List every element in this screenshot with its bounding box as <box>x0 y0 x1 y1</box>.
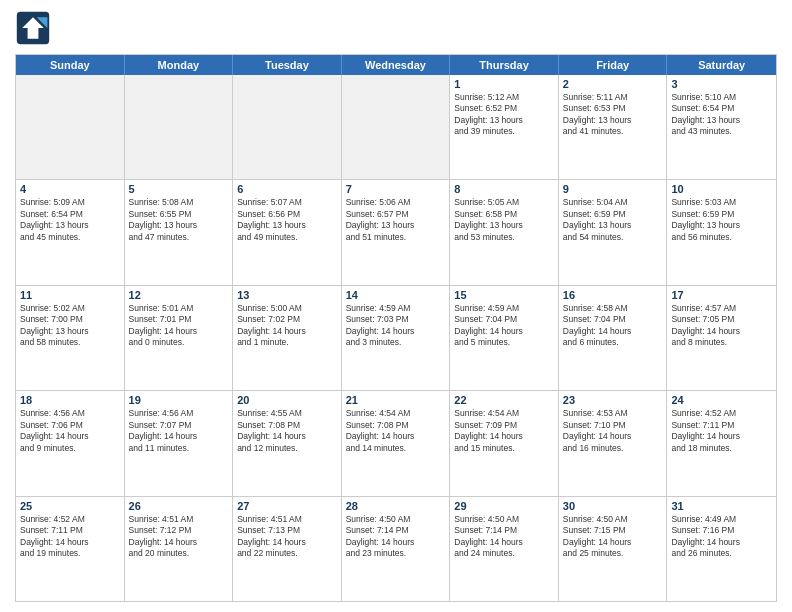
day-cell-11: 11Sunrise: 5:02 AM Sunset: 7:00 PM Dayli… <box>16 286 125 390</box>
day-info: Sunrise: 4:58 AM Sunset: 7:04 PM Dayligh… <box>563 303 663 349</box>
day-number: 6 <box>237 183 337 195</box>
day-number: 20 <box>237 394 337 406</box>
day-number: 10 <box>671 183 772 195</box>
day-info: Sunrise: 5:02 AM Sunset: 7:00 PM Dayligh… <box>20 303 120 349</box>
day-cell-29: 29Sunrise: 4:50 AM Sunset: 7:14 PM Dayli… <box>450 497 559 601</box>
day-cell-19: 19Sunrise: 4:56 AM Sunset: 7:07 PM Dayli… <box>125 391 234 495</box>
header-day-monday: Monday <box>125 55 234 75</box>
day-number: 22 <box>454 394 554 406</box>
day-info: Sunrise: 4:51 AM Sunset: 7:12 PM Dayligh… <box>129 514 229 560</box>
empty-cell <box>342 75 451 179</box>
day-cell-17: 17Sunrise: 4:57 AM Sunset: 7:05 PM Dayli… <box>667 286 776 390</box>
day-number: 12 <box>129 289 229 301</box>
day-number: 2 <box>563 78 663 90</box>
day-cell-6: 6Sunrise: 5:07 AM Sunset: 6:56 PM Daylig… <box>233 180 342 284</box>
day-cell-22: 22Sunrise: 4:54 AM Sunset: 7:09 PM Dayli… <box>450 391 559 495</box>
day-info: Sunrise: 4:50 AM Sunset: 7:15 PM Dayligh… <box>563 514 663 560</box>
header-day-tuesday: Tuesday <box>233 55 342 75</box>
day-cell-5: 5Sunrise: 5:08 AM Sunset: 6:55 PM Daylig… <box>125 180 234 284</box>
day-info: Sunrise: 5:01 AM Sunset: 7:01 PM Dayligh… <box>129 303 229 349</box>
day-info: Sunrise: 5:09 AM Sunset: 6:54 PM Dayligh… <box>20 197 120 243</box>
page: SundayMondayTuesdayWednesdayThursdayFrid… <box>0 0 792 612</box>
day-number: 27 <box>237 500 337 512</box>
day-cell-24: 24Sunrise: 4:52 AM Sunset: 7:11 PM Dayli… <box>667 391 776 495</box>
day-cell-1: 1Sunrise: 5:12 AM Sunset: 6:52 PM Daylig… <box>450 75 559 179</box>
day-info: Sunrise: 5:08 AM Sunset: 6:55 PM Dayligh… <box>129 197 229 243</box>
day-info: Sunrise: 5:03 AM Sunset: 6:59 PM Dayligh… <box>671 197 772 243</box>
day-info: Sunrise: 4:50 AM Sunset: 7:14 PM Dayligh… <box>346 514 446 560</box>
day-cell-14: 14Sunrise: 4:59 AM Sunset: 7:03 PM Dayli… <box>342 286 451 390</box>
day-number: 11 <box>20 289 120 301</box>
day-number: 30 <box>563 500 663 512</box>
header <box>15 10 777 46</box>
day-info: Sunrise: 5:05 AM Sunset: 6:58 PM Dayligh… <box>454 197 554 243</box>
header-day-wednesday: Wednesday <box>342 55 451 75</box>
empty-cell <box>125 75 234 179</box>
day-info: Sunrise: 4:54 AM Sunset: 7:09 PM Dayligh… <box>454 408 554 454</box>
day-info: Sunrise: 5:10 AM Sunset: 6:54 PM Dayligh… <box>671 92 772 138</box>
calendar-body: 1Sunrise: 5:12 AM Sunset: 6:52 PM Daylig… <box>16 75 776 601</box>
day-cell-12: 12Sunrise: 5:01 AM Sunset: 7:01 PM Dayli… <box>125 286 234 390</box>
header-day-friday: Friday <box>559 55 668 75</box>
day-cell-7: 7Sunrise: 5:06 AM Sunset: 6:57 PM Daylig… <box>342 180 451 284</box>
day-info: Sunrise: 4:57 AM Sunset: 7:05 PM Dayligh… <box>671 303 772 349</box>
day-info: Sunrise: 4:55 AM Sunset: 7:08 PM Dayligh… <box>237 408 337 454</box>
header-day-thursday: Thursday <box>450 55 559 75</box>
day-number: 8 <box>454 183 554 195</box>
day-number: 17 <box>671 289 772 301</box>
day-info: Sunrise: 4:51 AM Sunset: 7:13 PM Dayligh… <box>237 514 337 560</box>
week-row-4: 18Sunrise: 4:56 AM Sunset: 7:06 PM Dayli… <box>16 391 776 496</box>
day-cell-2: 2Sunrise: 5:11 AM Sunset: 6:53 PM Daylig… <box>559 75 668 179</box>
day-number: 19 <box>129 394 229 406</box>
day-info: Sunrise: 4:49 AM Sunset: 7:16 PM Dayligh… <box>671 514 772 560</box>
day-info: Sunrise: 4:52 AM Sunset: 7:11 PM Dayligh… <box>20 514 120 560</box>
day-info: Sunrise: 4:59 AM Sunset: 7:04 PM Dayligh… <box>454 303 554 349</box>
day-number: 26 <box>129 500 229 512</box>
day-info: Sunrise: 5:06 AM Sunset: 6:57 PM Dayligh… <box>346 197 446 243</box>
day-cell-21: 21Sunrise: 4:54 AM Sunset: 7:08 PM Dayli… <box>342 391 451 495</box>
day-number: 16 <box>563 289 663 301</box>
day-cell-4: 4Sunrise: 5:09 AM Sunset: 6:54 PM Daylig… <box>16 180 125 284</box>
day-info: Sunrise: 4:53 AM Sunset: 7:10 PM Dayligh… <box>563 408 663 454</box>
day-number: 25 <box>20 500 120 512</box>
day-info: Sunrise: 5:00 AM Sunset: 7:02 PM Dayligh… <box>237 303 337 349</box>
day-number: 13 <box>237 289 337 301</box>
day-cell-3: 3Sunrise: 5:10 AM Sunset: 6:54 PM Daylig… <box>667 75 776 179</box>
day-cell-30: 30Sunrise: 4:50 AM Sunset: 7:15 PM Dayli… <box>559 497 668 601</box>
day-cell-25: 25Sunrise: 4:52 AM Sunset: 7:11 PM Dayli… <box>16 497 125 601</box>
logo <box>15 10 55 46</box>
week-row-2: 4Sunrise: 5:09 AM Sunset: 6:54 PM Daylig… <box>16 180 776 285</box>
day-cell-26: 26Sunrise: 4:51 AM Sunset: 7:12 PM Dayli… <box>125 497 234 601</box>
day-info: Sunrise: 5:07 AM Sunset: 6:56 PM Dayligh… <box>237 197 337 243</box>
day-cell-9: 9Sunrise: 5:04 AM Sunset: 6:59 PM Daylig… <box>559 180 668 284</box>
day-number: 1 <box>454 78 554 90</box>
day-cell-10: 10Sunrise: 5:03 AM Sunset: 6:59 PM Dayli… <box>667 180 776 284</box>
day-number: 9 <box>563 183 663 195</box>
day-number: 4 <box>20 183 120 195</box>
day-info: Sunrise: 4:54 AM Sunset: 7:08 PM Dayligh… <box>346 408 446 454</box>
day-cell-23: 23Sunrise: 4:53 AM Sunset: 7:10 PM Dayli… <box>559 391 668 495</box>
day-number: 24 <box>671 394 772 406</box>
calendar: SundayMondayTuesdayWednesdayThursdayFrid… <box>15 54 777 602</box>
week-row-3: 11Sunrise: 5:02 AM Sunset: 7:00 PM Dayli… <box>16 286 776 391</box>
empty-cell <box>233 75 342 179</box>
day-number: 23 <box>563 394 663 406</box>
day-cell-15: 15Sunrise: 4:59 AM Sunset: 7:04 PM Dayli… <box>450 286 559 390</box>
day-info: Sunrise: 5:11 AM Sunset: 6:53 PM Dayligh… <box>563 92 663 138</box>
day-info: Sunrise: 5:04 AM Sunset: 6:59 PM Dayligh… <box>563 197 663 243</box>
day-number: 7 <box>346 183 446 195</box>
week-row-5: 25Sunrise: 4:52 AM Sunset: 7:11 PM Dayli… <box>16 497 776 601</box>
day-number: 15 <box>454 289 554 301</box>
day-cell-8: 8Sunrise: 5:05 AM Sunset: 6:58 PM Daylig… <box>450 180 559 284</box>
header-day-sunday: Sunday <box>16 55 125 75</box>
day-number: 18 <box>20 394 120 406</box>
day-cell-13: 13Sunrise: 5:00 AM Sunset: 7:02 PM Dayli… <box>233 286 342 390</box>
day-cell-20: 20Sunrise: 4:55 AM Sunset: 7:08 PM Dayli… <box>233 391 342 495</box>
day-info: Sunrise: 5:12 AM Sunset: 6:52 PM Dayligh… <box>454 92 554 138</box>
day-number: 14 <box>346 289 446 301</box>
calendar-header: SundayMondayTuesdayWednesdayThursdayFrid… <box>16 55 776 75</box>
day-info: Sunrise: 4:56 AM Sunset: 7:07 PM Dayligh… <box>129 408 229 454</box>
week-row-1: 1Sunrise: 5:12 AM Sunset: 6:52 PM Daylig… <box>16 75 776 180</box>
day-info: Sunrise: 4:56 AM Sunset: 7:06 PM Dayligh… <box>20 408 120 454</box>
day-cell-31: 31Sunrise: 4:49 AM Sunset: 7:16 PM Dayli… <box>667 497 776 601</box>
